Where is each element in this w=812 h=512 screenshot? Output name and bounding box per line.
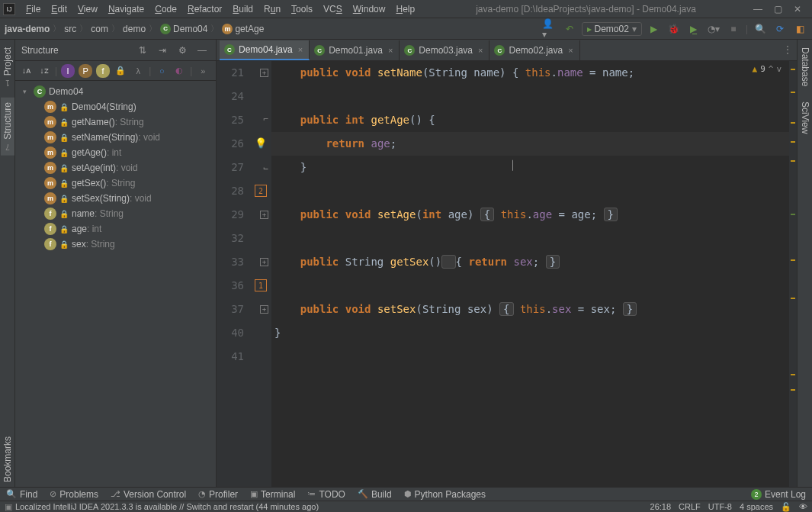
status-encoding[interactable]: UTF-8 <box>708 502 732 511</box>
bc-com[interactable]: com <box>91 24 108 34</box>
fold-start-25-icon[interactable]: ⌐ <box>263 114 268 124</box>
menu-help[interactable]: Help <box>391 2 419 16</box>
status-line-sep[interactable]: CRLF <box>679 502 701 511</box>
status-inspect-icon[interactable]: 👁 <box>799 502 807 511</box>
structure-sort-icon[interactable]: ⇅ <box>135 43 150 58</box>
rail-structure[interactable]: 7 Structure <box>1 98 14 156</box>
tab-close-icon[interactable]: × <box>566 46 573 55</box>
editor-stripe[interactable] <box>789 61 797 487</box>
rail-sciview[interactable]: SciView <box>798 97 812 138</box>
tree-member[interactable]: f🔒age: int <box>17 221 214 237</box>
rail-bookmarks[interactable]: Bookmarks <box>1 432 14 487</box>
line-number[interactable]: 36 <box>220 274 244 298</box>
tab-close-icon[interactable]: × <box>387 46 393 55</box>
window-close-icon[interactable]: ✕ <box>792 4 803 14</box>
st-show-fields-icon[interactable]: f <box>96 64 110 78</box>
fold-plus-37-icon[interactable]: + <box>260 305 268 314</box>
user-icon[interactable]: 👤▾ <box>542 21 557 37</box>
back-icon[interactable]: ↶ <box>562 21 577 37</box>
tree-member[interactable]: m🔒getAge(): int <box>17 145 214 160</box>
bt-build[interactable]: 🔨Build <box>358 489 392 500</box>
menu-code[interactable]: Code <box>150 2 181 16</box>
bc-project[interactable]: java-demo <box>5 24 50 34</box>
tree-member[interactable]: f🔒sex: String <box>17 237 214 252</box>
menu-vcs[interactable]: VCS <box>319 2 347 16</box>
st-show-properties-icon[interactable]: P <box>79 64 92 78</box>
editor-tab[interactable]: CDemo04.java× <box>220 40 310 60</box>
bt-event-log[interactable]: 2 Event Log <box>751 489 806 500</box>
rail-database[interactable]: Database <box>798 43 812 91</box>
st-sort-visibility-icon[interactable]: ↓ᴢ <box>37 64 51 78</box>
window-minimize-icon[interactable]: — <box>753 4 763 14</box>
problems-indicator[interactable]: ▲9 ^v <box>753 64 782 74</box>
coverage-icon[interactable]: ▶̲ <box>686 21 701 37</box>
code-editor[interactable]: 21242526272829323336374041 💡 2 1 + ⌐ ⌙ +… <box>217 61 797 487</box>
editor-tab[interactable]: CDemo03.java× <box>400 40 489 60</box>
run-button-icon[interactable]: ▶ <box>647 21 662 37</box>
bt-python[interactable]: ⬢Python Packages <box>404 489 486 500</box>
editor-tab[interactable]: CDemo02.java× <box>489 40 579 60</box>
menu-window[interactable]: Window <box>348 2 390 16</box>
editor-tab[interactable]: CDemo01.java× <box>310 40 400 60</box>
st-autoscroll-icon[interactable]: ◐ <box>172 64 186 78</box>
status-readonly-icon[interactable]: 🔓 <box>781 502 791 512</box>
bt-vcs[interactable]: ⎇Version Control <box>111 489 186 500</box>
run-config-selector[interactable]: ▸ Demo02 ▾ <box>582 22 642 36</box>
bc-class[interactable]: CDemo04 <box>160 24 207 34</box>
tree-member[interactable]: m🔒Demo04(String) <box>17 99 214 114</box>
tree-member[interactable]: m🔒setSex(String): void <box>17 191 214 206</box>
status-indent[interactable]: 4 spaces <box>740 502 773 511</box>
line-number[interactable]: 41 <box>220 345 244 369</box>
bc-demo[interactable]: demo <box>123 24 146 34</box>
bc-src[interactable]: src <box>64 24 76 34</box>
structure-hide-icon[interactable]: — <box>194 43 210 58</box>
line-number[interactable]: 24 <box>220 85 244 108</box>
fold-box-36[interactable]: 1 <box>255 279 267 291</box>
line-number[interactable]: 33 <box>220 250 244 274</box>
tab-close-icon[interactable]: × <box>297 45 303 54</box>
st-sort-alpha-icon[interactable]: ↓ᴀ <box>20 64 34 78</box>
structure-settings-icon[interactable]: ⚙ <box>175 43 190 58</box>
menu-file[interactable]: File <box>21 2 45 16</box>
st-show-inherited-icon[interactable]: I <box>61 64 75 78</box>
rail-project[interactable]: 1 Project <box>1 43 14 92</box>
stop-icon[interactable]: ■ <box>726 21 741 37</box>
status-caret-pos[interactable]: 26:18 <box>650 502 672 511</box>
fold-plus-29-icon[interactable]: + <box>260 211 268 219</box>
tree-member[interactable]: m🔒setName(String): void <box>17 130 214 145</box>
search-icon[interactable]: 🔍 <box>753 21 768 37</box>
window-maximize-icon[interactable]: ▢ <box>772 4 783 14</box>
bt-terminal[interactable]: ▣Terminal <box>250 489 295 500</box>
st-more-icon[interactable]: » <box>196 64 210 78</box>
intention-bulb-icon[interactable]: 💡 <box>255 137 267 149</box>
fold-plus-21-icon[interactable]: + <box>260 69 268 77</box>
tree-member[interactable]: m🔒getName(): String <box>17 114 214 130</box>
line-number[interactable]: 27 <box>220 156 244 179</box>
tree-member[interactable]: f🔒name: String <box>17 206 214 221</box>
line-number[interactable]: 32 <box>220 227 244 250</box>
menu-tools[interactable]: Tools <box>287 2 317 16</box>
profiler-icon[interactable]: ◔▾ <box>706 21 721 37</box>
fold-box-28[interactable]: 2 <box>255 185 267 197</box>
line-number[interactable]: 25 <box>220 108 244 132</box>
fold-plus-33-icon[interactable]: + <box>260 258 268 266</box>
tree-member[interactable]: m🔒getSex(): String <box>17 175 214 191</box>
status-tool-window-icon[interactable]: ▣ <box>5 502 12 512</box>
line-number[interactable]: 29 <box>220 203 244 227</box>
menu-refactor[interactable]: Refactor <box>183 2 226 16</box>
line-number[interactable]: 21 <box>220 61 244 85</box>
code-area[interactable]: ▲9 ^v public void setName(String name) {… <box>271 61 789 487</box>
bt-profiler[interactable]: ◔Profiler <box>198 489 238 500</box>
tree-member[interactable]: m🔒setAge(int): void <box>17 160 214 175</box>
menu-navigate[interactable]: Navigate <box>104 2 149 16</box>
menu-run[interactable]: Run <box>259 2 285 16</box>
tree-root[interactable]: ▾ C Demo04 <box>17 84 214 99</box>
fold-end-27-icon[interactable]: ⌙ <box>263 163 268 173</box>
tab-close-icon[interactable]: × <box>477 46 483 55</box>
debug-button-icon[interactable]: 🐞 <box>666 21 682 37</box>
line-number[interactable]: 40 <box>220 321 244 345</box>
structure-collapse-icon[interactable]: ⇥ <box>155 43 170 58</box>
line-number[interactable]: 28 <box>220 179 244 203</box>
menu-view[interactable]: View <box>73 2 102 16</box>
st-anon-icon[interactable]: λ <box>131 64 145 78</box>
